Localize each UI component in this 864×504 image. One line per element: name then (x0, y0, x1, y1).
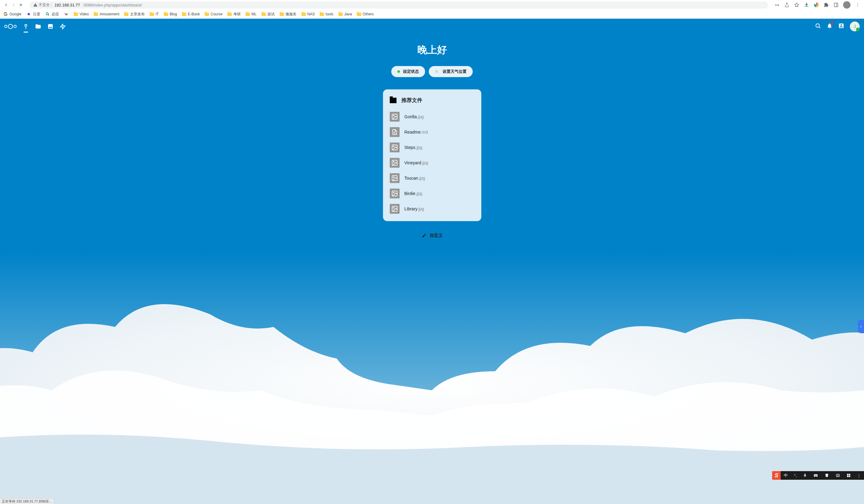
svg-point-18 (393, 176, 394, 177)
folder-icon (124, 13, 129, 16)
bookmark-item[interactable]: Video (74, 12, 89, 16)
nav-activity-icon[interactable] (60, 23, 66, 29)
browser-menu-icon[interactable]: ⋮ (855, 2, 860, 8)
bookmark-item[interactable]: Java (338, 12, 352, 16)
file-thumbnail-icon (390, 158, 399, 168)
folder-icon (227, 13, 232, 16)
file-name: Vineyard.jpg (405, 160, 429, 165)
bookmark-item[interactable]: Amusement (94, 12, 119, 16)
set-status-button[interactable]: 设定状态 (391, 66, 425, 77)
ime-mic-icon[interactable] (800, 473, 810, 478)
ime-toolbar[interactable]: S 中 °, ⋮ (772, 471, 864, 480)
browser-profile-avatar[interactable] (843, 1, 851, 9)
file-item[interactable]: Steps.jpg (390, 141, 475, 154)
ime-skin-icon[interactable] (821, 473, 832, 478)
svg-rect-26 (847, 474, 849, 476)
file-item[interactable]: Readme.md (390, 125, 475, 139)
pencil-icon (422, 233, 427, 238)
folder-icon (262, 13, 266, 16)
weather-icon: ⛅ (435, 70, 440, 74)
download-icon[interactable] (804, 2, 809, 8)
svg-point-8 (25, 24, 27, 26)
bookmark-item[interactable]: ❉百度 (26, 12, 40, 17)
file-name: Birdie.jpg (405, 191, 422, 196)
file-item[interactable]: Library.jpg (390, 202, 475, 216)
widget-title: 推荐文件 (401, 97, 422, 104)
nav-files-icon[interactable] (35, 23, 41, 29)
sogou-ime-logo[interactable]: S (772, 471, 781, 480)
svg-rect-27 (849, 474, 851, 476)
ime-face-icon[interactable] (832, 473, 843, 478)
url-bar[interactable]: 不安全 | 192.168.31.77:3098/index.php/apps/… (29, 1, 768, 9)
key-icon[interactable]: ⊶ (774, 2, 780, 8)
file-name: Steps.jpg (405, 145, 422, 150)
nav-photos-icon[interactable] (47, 23, 53, 29)
bookmark-item[interactable]: 必应 (45, 12, 59, 17)
nextcloud-app: J 晚上好 设定状态 ⛅ 设置天气位置 推荐文件 Gorilla.jpgRead… (0, 19, 864, 504)
file-thumbnail-icon (390, 188, 399, 198)
ime-more-icon[interactable]: ⋮ (854, 473, 864, 478)
stop-button[interactable]: ✕ (19, 2, 23, 8)
file-item[interactable]: Vineyard.jpg (390, 156, 475, 170)
bookmark-item[interactable]: tools (320, 12, 333, 16)
bookmark-item[interactable]: NAS (301, 12, 315, 16)
svg-point-25 (838, 475, 839, 476)
svg-rect-4 (834, 3, 838, 7)
bookmark-item[interactable]: Google (3, 12, 22, 16)
ime-lang[interactable]: 中 (781, 473, 791, 478)
nav-dashboard-icon[interactable] (23, 23, 29, 29)
nav-back-button[interactable] (4, 2, 9, 8)
nextcloud-header: J (0, 19, 864, 34)
bing-icon (45, 12, 50, 16)
ime-keyboard-icon[interactable] (810, 473, 821, 478)
bookmark-item[interactable]: 微服务 (280, 12, 297, 17)
status-online-dot (397, 70, 400, 73)
bookmark-item[interactable]: Course (205, 12, 223, 16)
svg-rect-28 (847, 476, 849, 477)
nav-forward-button[interactable] (11, 2, 16, 8)
folder-icon (164, 13, 168, 16)
folder-icon (150, 13, 154, 16)
share-icon[interactable] (784, 2, 790, 8)
ime-toolbox-icon[interactable] (843, 473, 854, 478)
bookmark-item[interactable]: 考研 (227, 12, 241, 17)
extensions-icon[interactable] (824, 2, 829, 8)
panel-icon[interactable] (833, 2, 839, 8)
bookmark-item[interactable]: W (64, 12, 69, 16)
folder-icon (205, 13, 209, 16)
wiki-icon: W (64, 12, 69, 16)
file-name: Library.jpg (405, 206, 424, 211)
file-name: Toucan.jpg (405, 176, 425, 181)
file-thumbnail-icon (390, 204, 399, 214)
folder-icon (320, 13, 324, 16)
contacts-icon[interactable] (838, 23, 844, 30)
side-handle[interactable]: ‹ (858, 320, 864, 333)
customize-button[interactable]: 自定义 (417, 230, 447, 241)
file-item[interactable]: Gorilla.jpg (390, 110, 475, 123)
file-item[interactable]: Toucan.jpg (390, 171, 475, 185)
svg-rect-29 (849, 476, 851, 477)
bookmark-item[interactable]: Blog (164, 12, 177, 16)
star-icon[interactable] (794, 2, 800, 8)
file-thumbnail-icon (390, 143, 399, 152)
chrome-icon[interactable] (814, 2, 819, 8)
nextcloud-logo[interactable] (4, 24, 16, 29)
bookmark-item[interactable]: 面试 (262, 12, 275, 17)
file-item[interactable]: Birdie.jpg (390, 187, 475, 200)
folder-icon (390, 98, 396, 103)
user-avatar[interactable]: J (850, 22, 860, 31)
bookmark-item[interactable]: 文章发布 (124, 12, 145, 17)
notifications-icon[interactable] (827, 23, 833, 30)
bookmark-item[interactable]: ML (245, 12, 257, 16)
bookmark-item[interactable]: Others (357, 12, 374, 16)
bookmark-item[interactable]: IT (150, 12, 159, 16)
file-thumbnail-icon (390, 112, 399, 122)
file-name: Readme.md (405, 130, 428, 135)
url-path: :3098/index.php/apps/dashboard/ (82, 3, 142, 8)
security-label: 不安全 (39, 2, 50, 8)
ime-punct-icon[interactable]: °, (791, 473, 800, 478)
set-weather-button[interactable]: ⛅ 设置天气位置 (429, 66, 473, 77)
search-icon[interactable] (815, 23, 821, 30)
greeting-title: 晚上好 (417, 43, 447, 57)
bookmark-item[interactable]: E-Book (182, 12, 200, 16)
